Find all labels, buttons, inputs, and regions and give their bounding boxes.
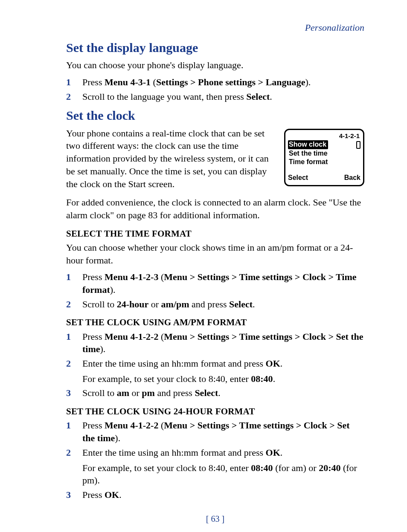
step-number: 1 [66, 330, 82, 356]
step-number: 1 [66, 271, 82, 296]
step-body: Press Menu 4-1-2-2 (Menu > Settings > TI… [82, 419, 364, 444]
step: 2 Enter the time using an hh:mm format a… [66, 446, 364, 487]
clock-paragraph-2: For added convenience, the clock is conn… [66, 196, 364, 221]
step: 2 Scroll to 24-hour or am/pm and press S… [66, 298, 364, 311]
intro-display-language: You can choose your phone's display lang… [66, 59, 364, 72]
steps-24hour: 1 Press Menu 4-1-2-2 (Menu > Settings > … [66, 419, 364, 501]
screen-item-selected: Show clock [288, 140, 328, 149]
step-example: For example, to set your clock to 8:40, … [82, 462, 364, 487]
screen-menu-code: 4-1-2-1 [288, 132, 360, 140]
step: 1 Press Menu 4-3-1 (Settings > Phone set… [66, 76, 364, 89]
softkey-left: Select [288, 173, 308, 182]
softkey-right: Back [344, 173, 360, 182]
step-number: 2 [66, 90, 82, 103]
intro-time-format: You can choose whether your clock shows … [66, 241, 364, 266]
step-number: 2 [66, 446, 82, 487]
step-body: Press Menu 4-3-1 (Settings > Phone setti… [82, 76, 364, 89]
phone-screen-illustration: 4-1-2-1 Show clock Set the time Time for… [284, 129, 364, 186]
step-body: Scroll to am or pm and press Select. [82, 387, 364, 399]
heading-24hour: SET THE CLOCK USING 24-HOUR FORMAT [66, 405, 364, 417]
step-number: 1 [66, 76, 82, 89]
scrollbar-icon [356, 141, 360, 149]
steps-display-language: 1 Press Menu 4-3-1 (Settings > Phone set… [66, 76, 364, 103]
screen-item: Set the time [288, 149, 360, 158]
step-body: Press Menu 4-1-2-3 (Menu > Settings > Ti… [82, 271, 364, 296]
step: 3 Press OK. [66, 489, 364, 501]
heading-display-language: Set the display language [66, 39, 364, 57]
step: 3 Scroll to am or pm and press Select. [66, 387, 364, 399]
heading-ampm: SET THE CLOCK USING AM/PM FORMAT [66, 316, 364, 328]
step: 1 Press Menu 4-1-2-3 (Menu > Settings > … [66, 271, 364, 296]
step-number: 3 [66, 387, 82, 399]
step-example: For example, to set your clock to 8:40, … [82, 373, 364, 385]
step-number: 2 [66, 298, 82, 311]
step-number: 2 [66, 357, 82, 385]
page-number: [ 63 ] [66, 513, 364, 525]
step-body: Enter the time using an hh:mm format and… [82, 357, 364, 385]
heading-time-format: SELECT THE TIME FORMAT [66, 228, 364, 240]
steps-time-format: 1 Press Menu 4-1-2-3 (Menu > Settings > … [66, 271, 364, 310]
step: 2 Scroll to the language you want, then … [66, 90, 364, 103]
screen-item: Time format [288, 158, 360, 166]
step-body: Press Menu 4-1-2-2 (Menu > Settings > Ti… [82, 330, 364, 356]
step: 2 Enter the time using an hh:mm format a… [66, 357, 364, 385]
step-body: Scroll to 24-hour or am/pm and press Sel… [82, 298, 364, 311]
step-number: 3 [66, 489, 82, 501]
step-body: Press OK. [82, 489, 364, 501]
step-number: 1 [66, 419, 82, 444]
steps-ampm: 1 Press Menu 4-1-2-2 (Menu > Settings > … [66, 330, 364, 399]
step-body: Scroll to the language you want, then pr… [82, 90, 364, 103]
step-body: Enter the time using an hh:mm format and… [82, 446, 364, 487]
section-header: Personalization [66, 21, 364, 34]
heading-set-clock: Set the clock [66, 107, 364, 124]
step: 1 Press Menu 4-1-2-2 (Menu > Settings > … [66, 330, 364, 356]
step: 1 Press Menu 4-1-2-2 (Menu > Settings > … [66, 419, 364, 444]
